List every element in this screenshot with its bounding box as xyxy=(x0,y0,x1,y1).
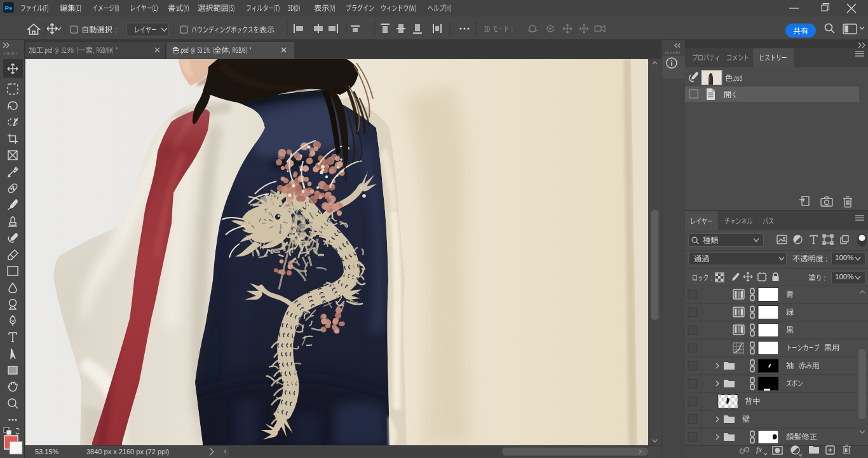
svg-text:fx: fx xyxy=(756,445,763,454)
svg-text:Ps: Ps xyxy=(5,4,13,11)
